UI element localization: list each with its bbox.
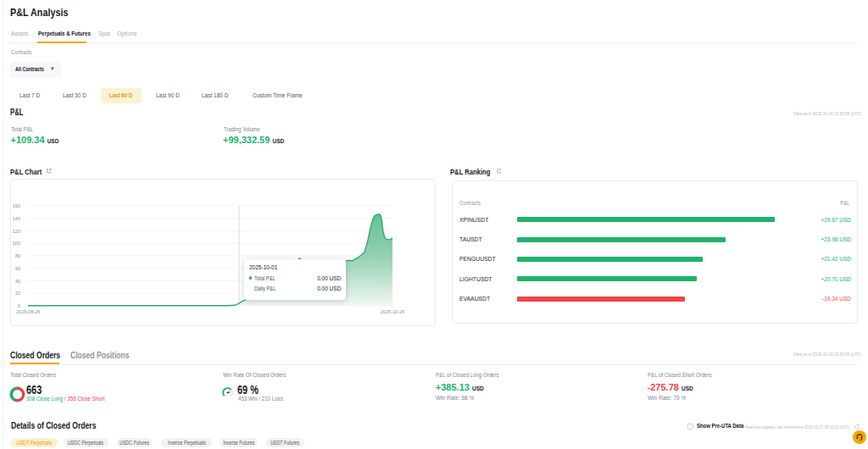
svg-text:0: 0 [18,303,20,308]
svg-text:100: 100 [13,241,20,246]
svg-text:80: 80 [15,253,20,258]
svg-text:60: 60 [15,266,20,271]
svg-text:40: 40 [15,279,20,284]
svg-text:20: 20 [15,291,20,296]
svg-text:2025-08-28: 2025-08-28 [16,309,40,314]
svg-text:2025-10-26: 2025-10-26 [381,309,404,314]
svg-text:120: 120 [13,229,20,234]
svg-text:140: 140 [13,216,20,221]
svg-text:160: 160 [13,203,20,208]
